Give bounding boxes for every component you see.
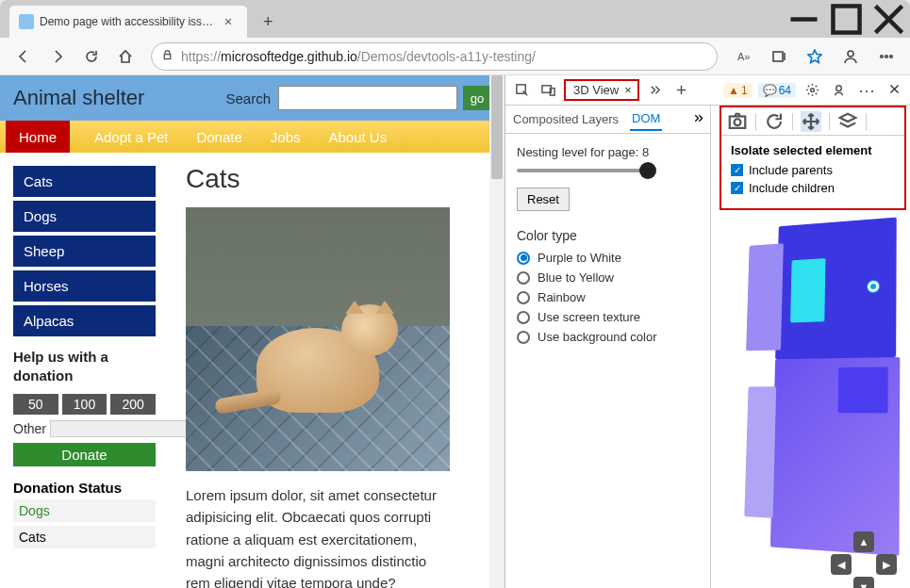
other-label: Other xyxy=(13,421,46,436)
3d-render-area[interactable]: ▲ ▼ ◀ ▶ xyxy=(721,207,910,588)
nav-adopt[interactable]: Adopt a Pet xyxy=(91,121,172,153)
checkbox-include-children[interactable]: ✓Include children xyxy=(731,181,895,195)
tab-3d-view[interactable]: 3D View × xyxy=(564,79,639,101)
reset-button[interactable]: Reset xyxy=(517,188,570,211)
svg-point-22 xyxy=(735,119,741,125)
device-icon[interactable] xyxy=(538,80,558,101)
favicon xyxy=(19,14,34,29)
minimize-button[interactable] xyxy=(783,0,825,38)
nav-about[interactable]: About Us xyxy=(324,121,390,153)
issues-info-badge[interactable]: 💬 64 xyxy=(758,83,796,98)
site-brand: Animal shelter xyxy=(13,86,225,110)
tab-title: Demo page with accessibility iss… xyxy=(40,15,213,28)
pan-up-button[interactable]: ▲ xyxy=(853,531,874,552)
nav-donate[interactable]: Donate xyxy=(192,121,245,153)
page-content: Animal shelter Search go Home Adopt a Pe… xyxy=(0,75,505,588)
close-tab-icon[interactable]: × xyxy=(624,83,632,97)
status-row-cats: Cats xyxy=(13,526,156,548)
nav-jobs[interactable]: Jobs xyxy=(267,121,305,153)
isolate-toolbar xyxy=(721,107,904,136)
nesting-level-label: Nesting level for page: 8 xyxy=(517,145,699,159)
main-column: Cats Lorem ipsum dolor, sit amet consect… xyxy=(165,153,505,588)
snapshot-icon[interactable] xyxy=(727,111,748,132)
pan-right-button[interactable]: ▶ xyxy=(876,554,897,575)
nesting-slider[interactable] xyxy=(517,169,649,172)
sidebar-item-horses[interactable]: Horses xyxy=(13,270,156,302)
amount-50[interactable]: 50 xyxy=(13,394,58,415)
home-button[interactable] xyxy=(109,41,141,72)
search-go-button[interactable]: go xyxy=(463,86,491,110)
nav-home[interactable]: Home xyxy=(6,121,70,153)
menu-button[interactable] xyxy=(870,41,902,72)
amount-200[interactable]: 200 xyxy=(110,394,156,415)
browser-toolbar: https://microsoftedge.github.io/Demos/de… xyxy=(0,38,910,75)
status-row-dogs: Dogs xyxy=(13,499,156,522)
pan-down-button[interactable]: ▼ xyxy=(853,577,874,588)
more-tabs-icon[interactable] xyxy=(645,80,666,101)
radio-blue-yellow[interactable]: Blue to Yellow xyxy=(517,270,699,285)
page-body: Cats Dogs Sheep Horses Alpacas Help us w… xyxy=(0,153,505,588)
window-controls xyxy=(783,0,910,38)
isolate-panel: Isolate selected element ✓Include parent… xyxy=(720,106,906,210)
more-subtabs-icon[interactable] xyxy=(692,111,704,128)
read-aloud-button[interactable]: A» xyxy=(727,41,759,72)
donation-section: Help us with a donation 50 100 200 Other… xyxy=(13,348,156,548)
3d-nav-pad: ▲ ▼ ◀ ▶ xyxy=(831,531,897,588)
checkbox-include-parents[interactable]: ✓Include parents xyxy=(731,163,895,177)
devtools-close-button[interactable] xyxy=(885,83,904,98)
tab-close-button[interactable]: × xyxy=(219,12,238,31)
sidebar-item-cats[interactable]: Cats xyxy=(13,166,156,197)
address-bar[interactable]: https://microsoftedge.github.io/Demos/de… xyxy=(151,42,718,71)
cat-image xyxy=(186,207,450,471)
profile-button[interactable] xyxy=(835,41,867,72)
devtools-panel: 3D View × ▲ 1 💬 64 ⋯ Composited Layers D… xyxy=(505,75,910,588)
page-scrollbar[interactable] xyxy=(489,75,505,588)
donation-header: Help us with a donation xyxy=(13,348,156,384)
radio-rainbow[interactable]: Rainbow xyxy=(517,290,699,304)
devtools-menu-icon[interactable]: ⋯ xyxy=(854,80,879,101)
new-tab-button[interactable]: + xyxy=(255,8,281,35)
radio-background-color[interactable]: Use background color xyxy=(517,330,699,344)
svg-point-11 xyxy=(890,55,893,57)
svg-rect-14 xyxy=(550,89,554,96)
issues-warning-badge[interactable]: ▲ 1 xyxy=(723,83,753,98)
svg-point-10 xyxy=(885,55,888,57)
maximize-button[interactable] xyxy=(825,0,868,38)
page-header: Animal shelter Search go xyxy=(0,75,505,121)
url-text: https://microsoftedge.github.io/Demos/de… xyxy=(181,49,707,64)
pan-left-button[interactable]: ◀ xyxy=(831,554,852,575)
sidebar: Cats Dogs Sheep Horses Alpacas Help us w… xyxy=(0,153,165,588)
main-nav: Home Adopt a Pet Donate Jobs About Us xyxy=(0,121,505,153)
svg-rect-1 xyxy=(833,6,859,32)
svg-point-8 xyxy=(848,51,853,57)
inspect-icon[interactable] xyxy=(511,80,532,101)
layers-icon[interactable] xyxy=(837,111,858,132)
amount-100[interactable]: 100 xyxy=(62,394,108,415)
favorite-button[interactable] xyxy=(799,41,831,72)
collections-button[interactable] xyxy=(763,41,795,72)
close-window-button[interactable] xyxy=(868,0,910,38)
browser-tab[interactable]: Demo page with accessibility iss… × xyxy=(9,6,247,38)
feedback-icon[interactable] xyxy=(828,80,849,101)
donate-button[interactable]: Donate xyxy=(13,443,156,466)
sidebar-item-alpacas[interactable]: Alpacas xyxy=(13,305,156,336)
settings-icon[interactable] xyxy=(802,80,822,101)
sidebar-item-sheep[interactable]: Sheep xyxy=(13,236,156,267)
svg-rect-4 xyxy=(164,54,171,58)
retake-icon[interactable] xyxy=(764,111,785,132)
pan-icon[interactable] xyxy=(801,111,821,132)
svg-rect-6 xyxy=(773,52,783,61)
radio-purple-white[interactable]: Purple to White xyxy=(517,251,699,265)
svg-text:A»: A» xyxy=(737,51,750,62)
forward-button[interactable] xyxy=(41,41,74,72)
tab-composited-layers[interactable]: Composited Layers xyxy=(511,108,620,130)
window-titlebar: Demo page with accessibility iss… × + xyxy=(0,0,910,38)
back-button[interactable] xyxy=(8,41,40,72)
refresh-button[interactable] xyxy=(75,41,108,72)
search-input[interactable] xyxy=(278,86,457,110)
search-label: Search xyxy=(225,90,271,106)
radio-screen-texture[interactable]: Use screen texture xyxy=(517,310,699,324)
add-tab-icon[interactable] xyxy=(671,80,692,101)
tab-dom[interactable]: DOM xyxy=(630,107,662,131)
sidebar-item-dogs[interactable]: Dogs xyxy=(13,201,156,232)
